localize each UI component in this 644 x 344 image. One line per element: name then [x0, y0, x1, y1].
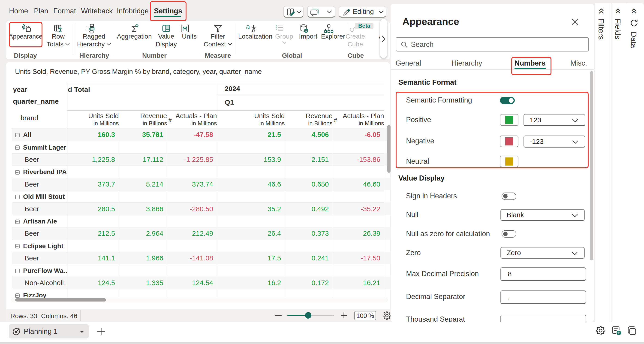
svg-text:a: a	[246, 24, 250, 30]
